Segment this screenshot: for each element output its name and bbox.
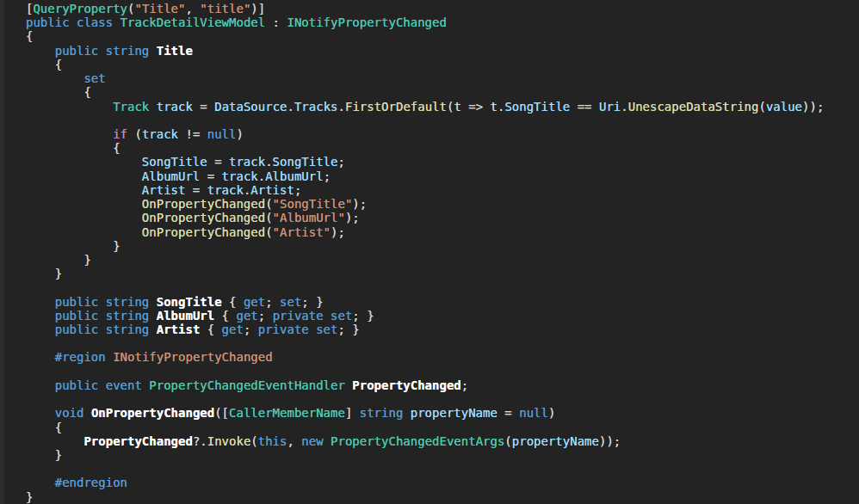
code-line-23[interactable]: public string AlbumUrl { get; private se…: [26, 309, 859, 323]
code-line-24[interactable]: public string Artist { get; private set;…: [26, 323, 859, 336]
token-text: {: [26, 29, 33, 43]
code-line-9[interactable]: [26, 114, 859, 127]
token-text: [26, 169, 142, 183]
code-line-29[interactable]: [26, 392, 859, 406]
code-line-8[interactable]: Track track = DataSource.Tracks.FirstOrD…: [26, 100, 859, 114]
token-text: .: [258, 169, 265, 183]
code-line-25[interactable]: [26, 336, 859, 350]
token-text: [26, 44, 55, 58]
token-text: ;: [265, 295, 280, 309]
token-keyword: public class: [26, 15, 113, 29]
token-text: ,: [185, 2, 200, 15]
token-text: (: [265, 211, 272, 224]
code-line-17[interactable]: OnPropertyChanged("Artist");: [26, 225, 859, 239]
token-text: [26, 225, 142, 239]
token-method: OnPropertyChanged: [142, 225, 265, 239]
token-keyword: null: [207, 127, 237, 141]
token-text: (: [265, 225, 272, 239]
token-text: ==: [570, 100, 599, 114]
code-line-28[interactable]: public event PropertyChangedEventHandler…: [26, 378, 859, 392]
code-line-1[interactable]: [QueryProperty("Title", "title")]: [26, 2, 859, 15]
token-text: [324, 434, 331, 448]
token-variable: Uri: [599, 100, 621, 114]
token-text: .: [287, 100, 294, 114]
code-line-6[interactable]: set: [26, 71, 859, 85]
code-editor[interactable]: [QueryProperty("Title", "title")]public …: [0, 0, 859, 504]
code-line-34[interactable]: [26, 462, 859, 476]
token-method: OnPropertyChanged: [142, 211, 265, 224]
token-declaration: OnPropertyChanged: [91, 406, 214, 420]
code-line-19[interactable]: }: [26, 253, 859, 267]
code-line-18[interactable]: }: [26, 239, 859, 253]
token-text: ]: [345, 406, 360, 420]
code-line-14[interactable]: Artist = track.Artist;: [26, 183, 859, 197]
token-text: ;: [324, 169, 331, 183]
token-text: [26, 197, 142, 211]
token-text: [26, 295, 55, 309]
token-text: [26, 476, 55, 489]
code-area: [QueryProperty("Title", "title")]public …: [0, 0, 859, 504]
token-text: [149, 295, 156, 309]
token-text: [106, 350, 113, 364]
code-line-10[interactable]: if (track != null): [26, 127, 859, 141]
token-text: {: [26, 85, 91, 99]
token-text: =: [185, 183, 207, 197]
token-text: [26, 434, 83, 448]
code-line-36[interactable]: }: [26, 490, 859, 504]
token-text: {: [26, 141, 121, 155]
token-text: (: [265, 197, 272, 211]
token-text: {: [214, 309, 236, 323]
token-text: [83, 406, 90, 420]
token-variable: Tracks: [294, 100, 338, 114]
code-line-7[interactable]: {: [26, 85, 859, 99]
code-line-2[interactable]: public class TrackDetailViewModel : INot…: [26, 15, 859, 29]
token-text: ?.: [193, 434, 207, 448]
code-line-21[interactable]: [26, 280, 859, 294]
token-text: ;: [258, 309, 273, 323]
code-line-11[interactable]: {: [26, 141, 859, 155]
token-text: =: [193, 100, 214, 114]
code-line-12[interactable]: SongTitle = track.SongTitle;: [26, 155, 859, 169]
code-line-33[interactable]: }: [26, 448, 859, 462]
code-line-30[interactable]: void OnPropertyChanged([CallerMemberName…: [26, 406, 859, 420]
token-text: !=: [178, 127, 207, 141]
token-text: .: [265, 155, 272, 169]
token-declaration: Artist: [157, 323, 201, 336]
token-string: "Title": [134, 2, 185, 15]
token-text: }: [26, 239, 121, 253]
token-variable: propertyName: [512, 434, 599, 448]
token-variable: SongTitle: [142, 155, 207, 169]
code-line-35[interactable]: #endregion: [26, 476, 859, 489]
token-keyword: public string: [55, 323, 150, 336]
code-line-13[interactable]: AlbumUrl = track.AlbumUrl;: [26, 169, 859, 183]
code-line-22[interactable]: public string SongTitle { get; set; }: [26, 295, 859, 309]
token-declaration: SongTitle: [157, 295, 222, 309]
token-keyword: new: [301, 434, 323, 448]
code-line-16[interactable]: OnPropertyChanged("AlbumUrl");: [26, 211, 859, 224]
token-text: [149, 309, 156, 323]
code-line-15[interactable]: OnPropertyChanged("SongTitle");: [26, 197, 859, 211]
token-method: OnPropertyChanged: [142, 197, 265, 211]
token-text: [149, 323, 156, 336]
token-variable: track: [207, 183, 244, 197]
token-text: (: [504, 434, 511, 448]
code-line-26[interactable]: #region INotifyPropertyChanged: [26, 350, 859, 364]
token-variable: AlbumUrl: [265, 169, 323, 183]
token-keyword: set: [280, 295, 301, 309]
token-method: UnescapeDataString: [628, 100, 759, 114]
token-declaration: Title: [157, 44, 193, 58]
token-keyword: public string: [55, 309, 150, 323]
code-line-4[interactable]: public string Title: [26, 44, 859, 58]
token-text: ([: [214, 406, 229, 420]
code-line-31[interactable]: {: [26, 421, 859, 434]
code-line-5[interactable]: {: [26, 58, 859, 71]
token-string: "Artist": [273, 225, 331, 239]
token-type: Track: [113, 100, 149, 114]
code-line-20[interactable]: }: [26, 267, 859, 280]
token-type: PropertyChangedEventArgs: [331, 434, 504, 448]
token-declaration: AlbumUrl: [157, 309, 214, 323]
code-line-3[interactable]: {: [26, 29, 859, 43]
code-line-27[interactable]: [26, 365, 859, 378]
token-text: ): [236, 127, 243, 141]
code-line-32[interactable]: PropertyChanged?.Invoke(this, new Proper…: [26, 434, 859, 448]
